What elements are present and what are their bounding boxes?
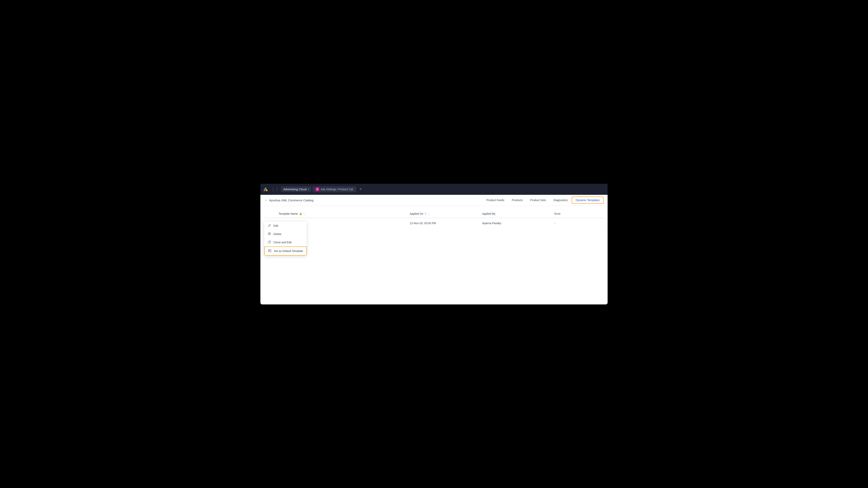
menu-item-edit[interactable]: Edit [265,222,307,230]
svg-rect-7 [269,251,270,251]
grid-icon[interactable]: ⋮⋮ [271,187,279,192]
svg-rect-5 [269,250,271,252]
cell-applied-on: 12-Nov-20, 03:00 PM [407,218,479,229]
menu-item-clone-edit[interactable]: Clone and Edit [265,238,307,247]
sort-filter-icon[interactable]: ⌄ [428,213,430,215]
svg-point-1 [266,190,268,191]
page-title: Ayushya XML Commerce Catalog [269,199,313,202]
table-row: 12-Nov-20, 03:00 PM Aparna Pandey - [265,218,603,229]
back-button[interactable]: ← Ayushya XML Commerce Catalog [265,198,313,202]
applied-by-label: Applied By [482,212,495,215]
page-tab[interactable]: ⚙ Ads Settings / Product Cat [312,186,356,192]
edit-icon [268,224,271,228]
clone-icon [268,240,271,244]
th-applied-by: Applied By [479,210,551,218]
table-header-row: Template Name 🔒 ⌄ Applied On ⇅ ⌄ [265,210,603,218]
template-name-label: Template Name [279,212,298,215]
svg-point-2 [265,188,266,189]
svg-rect-3 [268,233,271,235]
lock-icon: 🔒 [299,212,302,215]
tab-products[interactable]: Products [508,197,526,203]
main-content: Template Name 🔒 ⌄ Applied On ⇅ ⌄ [260,206,608,304]
app-header: ← Ayushya XML Commerce Catalog Product F… [260,195,608,206]
svg-rect-4 [268,241,270,243]
th-template-name: Template Name 🔒 ⌄ [275,210,407,218]
clone-edit-label: Clone and Edit [273,241,291,244]
menu-item-delete[interactable]: Delete [265,230,307,238]
set-default-icon [268,249,272,253]
back-arrow-icon: ← [265,198,268,202]
app-name-label: Advertising Cloud [283,188,307,191]
tab-bar: ⋮⋮ Advertising Cloud ▾ ⚙ Ads Settings / … [260,184,608,195]
app-chevron-icon: ▾ [308,188,309,191]
context-menu: Edit Delete [265,222,307,256]
applied-on-label: Applied On [410,212,423,215]
delete-icon [268,232,271,236]
set-default-label: Set as Default Template [274,250,303,253]
sort-icon-applied-on[interactable]: ⇅ [425,213,427,215]
data-table: Template Name 🔒 ⌄ Applied On ⇅ ⌄ [265,210,603,229]
th-actions [265,210,275,218]
tab-product-sets[interactable]: Product Sets [527,197,550,203]
cell-applied-by: Aparna Pandey [479,218,551,229]
menu-item-set-default[interactable]: Set as Default Template [265,247,307,256]
plus-icon: + [360,187,362,191]
tab-diagnostics[interactable]: Diagnostics [550,197,571,203]
svg-rect-6 [269,250,270,251]
app-name-tab[interactable]: Advertising Cloud ▾ [281,186,311,192]
th-applied-on: Applied On ⇅ ⌄ [407,210,479,218]
new-tab-button[interactable]: + [358,186,364,192]
svg-point-0 [264,190,265,191]
error-label: Error [554,212,560,215]
sort-icon-name[interactable]: ⌄ [303,213,305,215]
browser-logo [262,186,269,193]
browser-window: ⋮⋮ Advertising Cloud ▾ ⚙ Ads Settings / … [260,184,608,304]
page-tab-label: Ads Settings / Product Cat [321,188,353,191]
page-tab-icon: ⚙ [316,188,319,191]
nav-tabs: Product FeedsProductsProduct SetsDiagnos… [483,197,603,204]
cell-error: - [551,218,603,229]
th-error: Error [551,210,603,218]
tab-product-feeds[interactable]: Product Feeds [483,197,508,203]
delete-label: Delete [273,232,281,236]
tab-dynamic-templates[interactable]: Dynamic Templates [572,197,603,204]
edit-label: Edit [273,224,278,227]
